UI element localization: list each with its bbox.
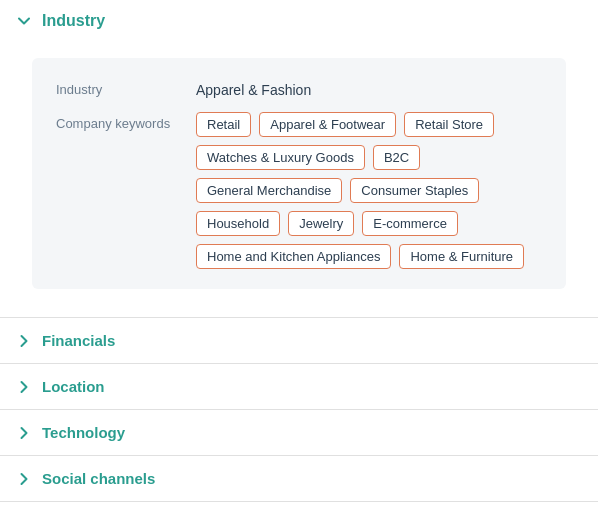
location-section-title: Location — [42, 378, 105, 395]
keyword-tag: B2C — [373, 145, 420, 170]
keywords-container: RetailApparel & FootwearRetail StoreWatc… — [196, 112, 542, 269]
keyword-tag: General Merchandise — [196, 178, 342, 203]
keyword-tag: Consumer Staples — [350, 178, 479, 203]
social-channels-section-header[interactable]: Social channels — [0, 456, 598, 501]
industry-section-header[interactable]: Industry — [0, 0, 598, 42]
financials-section-header[interactable]: Financials — [0, 318, 598, 363]
keyword-tag: Apparel & Footwear — [259, 112, 396, 137]
keyword-tag: Watches & Luxury Goods — [196, 145, 365, 170]
chevron-right-icon — [16, 425, 32, 441]
keyword-tag: Jewelry — [288, 211, 354, 236]
keyword-tag: Home and Kitchen Appliances — [196, 244, 391, 269]
technology-section: Technology — [0, 410, 598, 456]
social-channels-section: Social channels — [0, 456, 598, 502]
keyword-tag: Retail Store — [404, 112, 494, 137]
technology-section-title: Technology — [42, 424, 125, 441]
industry-field-value: Apparel & Fashion — [196, 78, 311, 98]
industry-field-row: Industry Apparel & Fashion — [56, 78, 542, 98]
chevron-right-icon — [16, 471, 32, 487]
industry-section-content: Industry Apparel & Fashion Company keywo… — [0, 42, 598, 317]
keyword-tag: Household — [196, 211, 280, 236]
technology-section-header[interactable]: Technology — [0, 410, 598, 455]
keyword-tag: E-commerce — [362, 211, 458, 236]
chevron-right-icon — [16, 333, 32, 349]
keywords-field-row: Company keywords RetailApparel & Footwea… — [56, 112, 542, 269]
chevron-right-icon — [16, 379, 32, 395]
chevron-down-icon — [16, 13, 32, 29]
industry-field-label: Industry — [56, 78, 196, 97]
social-channels-section-title: Social channels — [42, 470, 155, 487]
industry-section-title: Industry — [42, 12, 105, 30]
keyword-tag: Home & Furniture — [399, 244, 524, 269]
location-section-header[interactable]: Location — [0, 364, 598, 409]
keywords-field-label: Company keywords — [56, 112, 196, 131]
financials-section-title: Financials — [42, 332, 115, 349]
location-section: Location — [0, 364, 598, 410]
financials-section: Financials — [0, 318, 598, 364]
industry-card: Industry Apparel & Fashion Company keywo… — [32, 58, 566, 289]
keyword-tag: Retail — [196, 112, 251, 137]
industry-section: Industry Industry Apparel & Fashion Comp… — [0, 0, 598, 318]
